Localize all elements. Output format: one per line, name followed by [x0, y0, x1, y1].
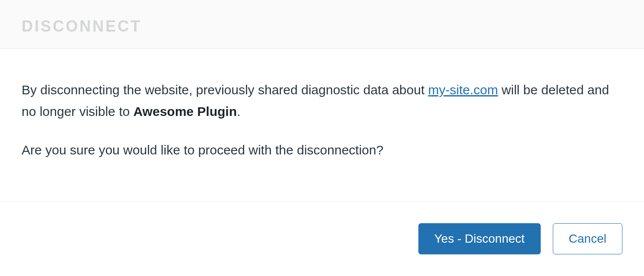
dialog-message-1: By disconnecting the website, previously… [22, 79, 622, 122]
dialog-footer: Yes - Disconnect Cancel [0, 201, 644, 276]
site-link[interactable]: my-site.com [428, 83, 498, 97]
cancel-button[interactable]: Cancel [553, 223, 622, 254]
confirm-disconnect-button[interactable]: Yes - Disconnect [418, 223, 541, 254]
dialog-header: Disconnect [0, 0, 644, 49]
disconnect-dialog: Disconnect By disconnecting the website,… [0, 0, 644, 276]
text-prefix: By disconnecting the website, previously… [22, 83, 428, 97]
dialog-message-2: Are you sure you would like to proceed w… [22, 139, 622, 161]
dialog-body: By disconnecting the website, previously… [0, 49, 644, 201]
dialog-title: Disconnect [22, 17, 622, 35]
plugin-name: Awesome Plugin [134, 104, 237, 119]
text-suffix: . [237, 104, 240, 119]
